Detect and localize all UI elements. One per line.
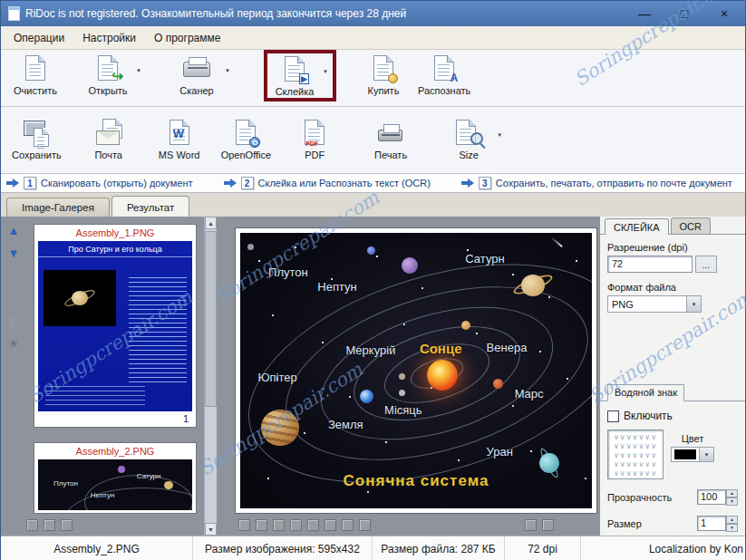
scanner-button[interactable]: Сканер xyxy=(171,53,222,96)
move-up-icon[interactable]: ▲ xyxy=(5,224,22,238)
pages-icon[interactable]: ▤ xyxy=(5,269,22,284)
spin-up-icon[interactable]: ▲ xyxy=(726,516,738,524)
color-swatch xyxy=(674,449,696,459)
step-3-number: 3 xyxy=(479,177,491,189)
scanner-icon xyxy=(180,53,213,84)
size-value[interactable]: 1 xyxy=(697,516,726,531)
format-select[interactable]: PNG ▼ xyxy=(607,295,702,313)
recognize-button[interactable]: A Распознать xyxy=(416,53,472,96)
open-dropdown-arrow[interactable]: ▼ xyxy=(133,68,144,73)
merge-button[interactable]: ▶ Склейка xyxy=(269,54,320,97)
filmstrip-chip[interactable] xyxy=(273,519,285,531)
print-button[interactable]: Печать xyxy=(365,118,416,160)
format-value: PNG xyxy=(608,299,686,310)
scrollbar-track[interactable] xyxy=(205,229,217,523)
filmstrip-chip[interactable] xyxy=(307,519,319,531)
tab-image-gallery[interactable]: Image-Галерея xyxy=(6,198,110,217)
filmstrip-chip[interactable] xyxy=(238,519,250,531)
clear-button[interactable]: Очистить xyxy=(10,53,61,96)
brightness-icon[interactable]: ☀ xyxy=(5,337,22,352)
minimize-button[interactable]: — xyxy=(631,4,658,24)
resolution-more-button[interactable]: ... xyxy=(695,256,717,273)
delete-icon[interactable]: × xyxy=(5,360,22,374)
main-content: ▲ ▼ ▤ ▥ ◧ ☀ × Assembly_1.PNG Про Сатурн … xyxy=(1,217,745,536)
image-title: Сонячна система xyxy=(240,472,592,490)
contrast-icon[interactable]: ◧ xyxy=(5,314,22,329)
filmstrip-chip[interactable] xyxy=(290,519,302,531)
scroll-up-icon[interactable]: ▲ xyxy=(205,217,217,229)
color-dropdown-arrow[interactable]: ▼ xyxy=(699,448,713,461)
size-label: Размер xyxy=(607,518,642,529)
tab-merge[interactable]: СКЛЕЙКА xyxy=(605,218,669,235)
filmstrip-chip[interactable] xyxy=(256,519,267,531)
tab-ocr[interactable]: OCR xyxy=(671,217,711,234)
columns-icon[interactable]: ▥ xyxy=(5,292,22,306)
transparency-value[interactable]: 100 xyxy=(697,489,726,505)
step-arrow-icon xyxy=(224,179,237,188)
label-venus: Венера xyxy=(487,341,528,354)
openoffice-button[interactable]: O OpenOffice xyxy=(219,118,273,160)
menu-operations[interactable]: Операции xyxy=(5,28,73,48)
tab-result[interactable]: Результат xyxy=(111,196,189,217)
color-dropdown[interactable]: ▼ xyxy=(671,447,714,462)
filmstrip-chip[interactable] xyxy=(325,519,336,531)
mail-button[interactable]: Почта xyxy=(83,118,134,160)
filmstrip-chip[interactable] xyxy=(525,519,537,531)
filmstrip-chip[interactable] xyxy=(26,519,38,531)
thumbnail-assembly-1[interactable]: Assembly_1.PNG Про Сатурн и его кольца 1 xyxy=(34,224,197,428)
msword-button[interactable]: W MS Word xyxy=(154,118,205,160)
step-arrow-icon xyxy=(461,179,474,188)
step-1-number: 1 xyxy=(24,177,36,189)
transparency-stepper[interactable]: 100 ▲ ▼ xyxy=(697,489,738,506)
thumbnail-assembly-2[interactable]: Assembly_2.PNG Плутон Нептун Сатурн xyxy=(34,442,197,514)
filmstrip-chip[interactable] xyxy=(542,519,554,531)
step-2: 2 Склейка или Распознать текст (OCR) xyxy=(224,177,431,189)
label-moon: Місяць xyxy=(384,403,421,417)
thumbnail-scrollbar[interactable]: ▲ ▼ xyxy=(204,217,217,536)
spin-up-icon[interactable]: ▲ xyxy=(726,489,738,497)
slide-text-lines xyxy=(129,277,187,382)
scanner-dropdown-arrow[interactable]: ▼ xyxy=(222,68,233,73)
label-mars: Марс xyxy=(515,387,544,401)
menu-bar: Операции Настройки О программе xyxy=(1,26,745,50)
filmstrip-chip[interactable] xyxy=(342,519,354,531)
size-dropdown-arrow[interactable]: ▼ xyxy=(494,132,505,138)
status-filename: Assembly_2.PNG xyxy=(1,536,193,560)
status-dpi: 72 dpi xyxy=(505,536,581,560)
pdf-icon: PDF xyxy=(298,118,331,149)
label-neptune: Нептун xyxy=(317,280,356,294)
filmstrip-chip[interactable] xyxy=(359,519,371,531)
scroll-down-icon[interactable]: ▼ xyxy=(205,523,217,536)
label-jupiter: Юпітер xyxy=(257,371,296,384)
watermark-tab[interactable]: Водяной знак xyxy=(607,384,684,401)
spin-down-icon[interactable]: ▼ xyxy=(726,524,738,532)
ridoc-window: RiDoc is not registered. Ознакомительный… xyxy=(0,0,746,560)
move-down-icon[interactable]: ▼ xyxy=(5,246,22,261)
merge-dropdown-arrow[interactable]: ▼ xyxy=(320,69,331,74)
print-icon xyxy=(374,118,407,149)
spin-down-icon[interactable]: ▼ xyxy=(726,497,738,506)
filmstrip-chip[interactable] xyxy=(61,519,73,531)
merge-document-icon: ▶ xyxy=(278,54,311,85)
close-button[interactable]: × xyxy=(711,4,738,24)
resolution-input[interactable]: 72 xyxy=(607,256,693,273)
status-localization: Localization by Kon xyxy=(581,536,745,560)
save-button[interactable]: Сохранить xyxy=(10,118,63,160)
maximize-button[interactable]: □ xyxy=(671,4,698,24)
size-stepper[interactable]: 1 ▲ ▼ xyxy=(697,516,738,532)
result-preview-area: Плутон Нептун Сатурн Меркурій Сонце Вене… xyxy=(217,217,599,536)
enable-watermark-checkbox[interactable] xyxy=(607,410,619,422)
pdf-button[interactable]: PDF PDF xyxy=(289,118,340,160)
open-button[interactable]: ↪ Открыть xyxy=(82,53,133,96)
mini-label-neptune: Нептун xyxy=(91,491,115,499)
menu-about[interactable]: О программе xyxy=(145,28,229,48)
toolbar-row-2: Сохранить Почта W MS Word O xyxy=(1,106,745,173)
scrollbar-thumb[interactable] xyxy=(205,231,217,407)
label-mercury: Меркурій xyxy=(345,343,395,357)
format-dropdown-arrow[interactable]: ▼ xyxy=(686,296,701,312)
step-arrow-icon xyxy=(6,179,19,188)
size-button[interactable]: Size xyxy=(443,118,494,160)
filmstrip-chip[interactable] xyxy=(44,519,55,531)
buy-button[interactable]: Купить xyxy=(358,53,409,96)
menu-settings[interactable]: Настройки xyxy=(73,28,145,48)
